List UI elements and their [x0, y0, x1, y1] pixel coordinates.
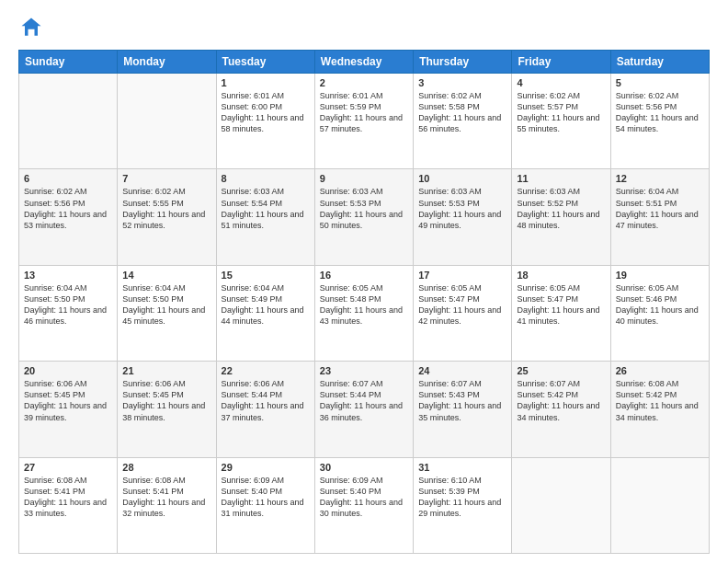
day-detail-line: Sunrise: 6:07 AM	[418, 378, 506, 389]
day-detail-line: Sunrise: 6:05 AM	[320, 282, 408, 293]
day-number: 17	[418, 270, 506, 281]
day-detail-line: Daylight: 11 hours and 45 minutes.	[122, 304, 210, 327]
day-detail-line: Sunrise: 6:04 AM	[122, 282, 210, 293]
day-detail-line: Sunset: 5:52 PM	[517, 198, 605, 209]
day-detail-line: Sunset: 5:40 PM	[222, 486, 310, 497]
day-detail-line: Daylight: 11 hours and 49 minutes.	[418, 209, 506, 231]
day-number: 10	[418, 173, 506, 184]
day-detail-line: Daylight: 11 hours and 41 minutes.	[517, 304, 605, 327]
day-detail-line: Daylight: 11 hours and 38 minutes.	[122, 400, 210, 422]
day-detail-line: Daylight: 11 hours and 48 minutes.	[517, 209, 605, 231]
day-detail-line: Sunrise: 6:05 AM	[418, 282, 506, 293]
calendar-day-header: Sunday	[19, 51, 118, 74]
day-number: 31	[418, 462, 506, 473]
day-detail-line: Sunrise: 6:06 AM	[122, 378, 210, 389]
calendar-table: SundayMondayTuesdayWednesdayThursdayFrid…	[18, 50, 710, 554]
calendar-day-cell: 17Sunrise: 6:05 AMSunset: 5:47 PMDayligh…	[414, 265, 512, 361]
calendar-day-cell: 4Sunrise: 6:02 AMSunset: 5:57 PMDaylight…	[512, 74, 610, 169]
day-number: 14	[122, 270, 210, 281]
day-detail-line: Sunset: 5:53 PM	[418, 198, 506, 209]
logo	[18, 15, 48, 40]
day-details: Sunrise: 6:07 AMSunset: 5:42 PMDaylight:…	[517, 378, 605, 423]
day-detail-line: Sunrise: 6:08 AM	[24, 475, 112, 486]
day-detail-line: Daylight: 11 hours and 40 minutes.	[616, 304, 704, 327]
day-number: 4	[517, 77, 605, 88]
day-detail-line: Daylight: 11 hours and 34 minutes.	[517, 400, 605, 422]
calendar-day-header: Tuesday	[216, 51, 314, 74]
calendar-day-header: Wednesday	[314, 51, 413, 74]
day-number: 28	[122, 462, 210, 473]
day-details: Sunrise: 6:05 AMSunset: 5:46 PMDaylight:…	[616, 282, 704, 327]
day-detail-line: Daylight: 11 hours and 56 minutes.	[418, 112, 506, 134]
calendar-day-cell: 10Sunrise: 6:03 AMSunset: 5:53 PMDayligh…	[414, 169, 512, 265]
day-number: 27	[24, 462, 112, 473]
day-details: Sunrise: 6:09 AMSunset: 5:40 PMDaylight:…	[320, 475, 408, 520]
day-number: 2	[320, 77, 408, 88]
day-detail-line: Sunrise: 6:10 AM	[418, 475, 506, 486]
calendar-day-cell: 23Sunrise: 6:07 AMSunset: 5:44 PMDayligh…	[314, 362, 413, 457]
day-number: 11	[517, 173, 605, 184]
day-detail-line: Sunrise: 6:03 AM	[320, 186, 408, 197]
day-detail-line: Sunset: 5:58 PM	[418, 101, 506, 112]
day-number: 9	[320, 173, 408, 184]
calendar-day-cell: 26Sunrise: 6:08 AMSunset: 5:42 PMDayligh…	[610, 362, 709, 457]
day-detail-line: Daylight: 11 hours and 52 minutes.	[122, 209, 210, 231]
day-detail-line: Daylight: 11 hours and 44 minutes.	[222, 304, 310, 327]
day-detail-line: Daylight: 11 hours and 51 minutes.	[222, 209, 310, 231]
day-detail-line: Daylight: 11 hours and 57 minutes.	[320, 112, 408, 134]
day-detail-line: Sunset: 5:55 PM	[122, 198, 210, 209]
day-detail-line: Sunset: 5:47 PM	[418, 293, 506, 304]
day-detail-line: Sunset: 5:44 PM	[222, 389, 310, 400]
day-number: 1	[222, 77, 310, 88]
calendar-day-cell: 24Sunrise: 6:07 AMSunset: 5:43 PMDayligh…	[414, 362, 512, 457]
day-detail-line: Sunrise: 6:02 AM	[517, 90, 605, 101]
logo-icon	[18, 15, 44, 40]
day-details: Sunrise: 6:03 AMSunset: 5:53 PMDaylight:…	[320, 186, 408, 231]
day-detail-line: Sunset: 5:44 PM	[320, 389, 408, 400]
day-number: 8	[222, 173, 310, 184]
day-detail-line: Sunset: 5:43 PM	[418, 389, 506, 400]
day-detail-line: Daylight: 11 hours and 53 minutes.	[24, 209, 112, 231]
day-details: Sunrise: 6:02 AMSunset: 5:55 PMDaylight:…	[122, 186, 210, 231]
calendar-day-cell	[512, 457, 610, 553]
day-detail-line: Sunset: 5:56 PM	[24, 198, 112, 209]
day-details: Sunrise: 6:01 AMSunset: 6:00 PMDaylight:…	[222, 90, 310, 135]
calendar-day-cell: 14Sunrise: 6:04 AMSunset: 5:50 PMDayligh…	[118, 265, 216, 361]
day-number: 21	[122, 365, 210, 376]
calendar-week-row: 27Sunrise: 6:08 AMSunset: 5:41 PMDayligh…	[19, 457, 710, 553]
day-detail-line: Sunset: 5:45 PM	[122, 389, 210, 400]
day-detail-line: Sunrise: 6:08 AM	[122, 475, 210, 486]
day-detail-line: Sunrise: 6:01 AM	[222, 90, 310, 101]
day-detail-line: Sunrise: 6:02 AM	[418, 90, 506, 101]
day-details: Sunrise: 6:02 AMSunset: 5:57 PMDaylight:…	[517, 90, 605, 135]
day-detail-line: Sunrise: 6:08 AM	[616, 378, 704, 389]
day-detail-line: Sunset: 5:45 PM	[24, 389, 112, 400]
calendar-day-cell	[610, 457, 709, 553]
day-detail-line: Daylight: 11 hours and 46 minutes.	[24, 304, 112, 327]
day-detail-line: Sunset: 5:47 PM	[517, 293, 605, 304]
day-details: Sunrise: 6:04 AMSunset: 5:49 PMDaylight:…	[222, 282, 310, 327]
calendar-day-cell: 15Sunrise: 6:04 AMSunset: 5:49 PMDayligh…	[216, 265, 314, 361]
day-detail-line: Sunrise: 6:09 AM	[320, 475, 408, 486]
day-details: Sunrise: 6:09 AMSunset: 5:40 PMDaylight:…	[222, 475, 310, 520]
day-detail-line: Daylight: 11 hours and 32 minutes.	[122, 497, 210, 519]
day-details: Sunrise: 6:03 AMSunset: 5:53 PMDaylight:…	[418, 186, 506, 231]
day-detail-line: Sunset: 5:39 PM	[418, 486, 506, 497]
day-detail-line: Sunrise: 6:02 AM	[122, 186, 210, 197]
day-detail-line: Sunrise: 6:06 AM	[222, 378, 310, 389]
day-details: Sunrise: 6:05 AMSunset: 5:48 PMDaylight:…	[320, 282, 408, 327]
day-detail-line: Sunset: 5:50 PM	[122, 293, 210, 304]
day-number: 24	[418, 365, 506, 376]
day-detail-line: Sunrise: 6:05 AM	[616, 282, 704, 293]
day-detail-line: Sunrise: 6:06 AM	[24, 378, 112, 389]
day-detail-line: Sunrise: 6:03 AM	[418, 186, 506, 197]
day-number: 5	[616, 77, 704, 88]
day-details: Sunrise: 6:10 AMSunset: 5:39 PMDaylight:…	[418, 475, 506, 520]
day-detail-line: Sunset: 5:41 PM	[24, 486, 112, 497]
page: SundayMondayTuesdayWednesdayThursdayFrid…	[0, 0, 728, 563]
day-detail-line: Sunset: 5:56 PM	[616, 101, 704, 112]
day-details: Sunrise: 6:08 AMSunset: 5:41 PMDaylight:…	[24, 475, 112, 520]
day-detail-line: Sunrise: 6:03 AM	[517, 186, 605, 197]
calendar-day-cell: 6Sunrise: 6:02 AMSunset: 5:56 PMDaylight…	[19, 169, 118, 265]
calendar-day-cell: 7Sunrise: 6:02 AMSunset: 5:55 PMDaylight…	[118, 169, 216, 265]
